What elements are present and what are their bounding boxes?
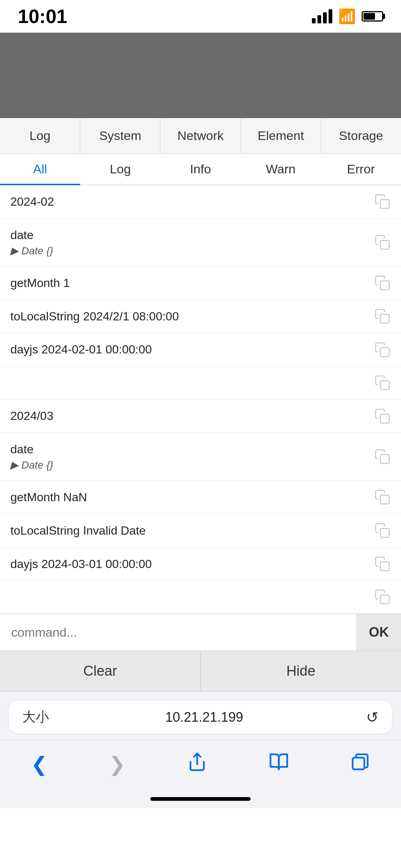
svg-rect-0	[381, 200, 389, 209]
wifi-icon: 📶	[338, 8, 356, 25]
copy-button[interactable]	[374, 408, 391, 424]
action-row: Clear Hide	[0, 651, 401, 692]
copy-button[interactable]	[374, 556, 391, 572]
log-item: date▶ Date {}	[0, 219, 401, 267]
log-item: dayjs 2024-03-01 00:00:00	[0, 548, 401, 581]
tab2-warn[interactable]: Warn	[241, 154, 321, 185]
address-url[interactable]: 10.21.21.199	[52, 709, 356, 725]
log-sub-text: ▶ Date {}	[10, 244, 374, 258]
status-time: 10:01	[18, 5, 67, 27]
size-label: 大小	[22, 708, 52, 726]
svg-rect-1	[381, 240, 389, 249]
command-ok-button[interactable]: OK	[356, 614, 401, 650]
clear-button[interactable]: Clear	[0, 651, 200, 691]
share-icon	[187, 752, 207, 776]
log-item	[0, 366, 401, 399]
copy-button[interactable]	[374, 308, 391, 324]
svg-rect-5	[381, 381, 389, 390]
svg-rect-3	[381, 314, 389, 323]
svg-rect-8	[381, 495, 389, 504]
copy-button[interactable]	[374, 275, 391, 291]
log-text: 2024-02	[10, 193, 374, 210]
gray-header	[0, 33, 401, 118]
copy-button[interactable]	[374, 589, 391, 605]
log-item: toLocalString Invalid Date	[0, 514, 401, 548]
tab2-info[interactable]: Info	[160, 154, 241, 185]
svg-rect-4	[381, 347, 389, 356]
bookmarks-button[interactable]	[258, 746, 300, 782]
refresh-icon[interactable]: ↺	[356, 709, 379, 726]
svg-rect-10	[381, 562, 389, 571]
log-text: date▶ Date {}	[10, 227, 374, 258]
log-item: toLocalString 2024/2/1 08:00:00	[0, 300, 401, 333]
log-item: getMonth 1	[0, 267, 401, 300]
tab-row-2: All Log Info Warn Error	[0, 154, 401, 185]
log-text: 2024/03	[10, 408, 374, 424]
command-row: OK	[0, 614, 401, 651]
tab-storage[interactable]: Storage	[321, 118, 401, 153]
svg-rect-11	[381, 595, 389, 604]
battery-icon	[362, 11, 383, 22]
tab2-all[interactable]: All	[0, 154, 80, 185]
log-sub-text: ▶ Date {}	[10, 458, 374, 472]
log-list: 2024-02 date▶ Date {} getMonth 1 toLocal…	[0, 185, 401, 614]
tab-row-1: Log System Network Element Storage	[0, 118, 401, 154]
log-text: toLocalString 2024/2/1 08:00:00	[10, 308, 374, 325]
log-text: getMonth NaN	[10, 489, 374, 506]
log-text: date▶ Date {}	[10, 441, 374, 472]
forward-button[interactable]: ❯	[98, 747, 137, 782]
tab2-log[interactable]: Log	[80, 154, 160, 185]
log-item	[0, 581, 401, 614]
log-item: date▶ Date {}	[0, 433, 401, 481]
address-bar-wrap: 大小 10.21.21.199 ↺	[0, 692, 401, 740]
tabs-button[interactable]	[339, 746, 381, 782]
log-text: getMonth 1	[10, 275, 374, 291]
address-bar: 大小 10.21.21.199 ↺	[9, 701, 392, 734]
status-bar: 10:01 📶	[0, 0, 401, 33]
command-input[interactable]	[0, 614, 356, 650]
tab-element[interactable]: Element	[241, 118, 321, 153]
svg-rect-9	[381, 529, 389, 538]
tab-system[interactable]: System	[80, 118, 160, 153]
status-icons: 📶	[312, 8, 383, 25]
home-bar	[150, 797, 251, 801]
svg-rect-7	[381, 454, 389, 463]
svg-rect-13	[353, 758, 365, 770]
tabs-icon	[350, 752, 370, 776]
back-icon: ❮	[31, 753, 48, 776]
log-item: 2024-02	[0, 185, 401, 219]
copy-button[interactable]	[374, 448, 391, 465]
copy-button[interactable]	[374, 489, 391, 505]
svg-rect-6	[381, 414, 389, 423]
copy-button[interactable]	[374, 234, 391, 251]
copy-button[interactable]	[374, 522, 391, 539]
bottom-nav: ❮ ❯	[0, 740, 401, 791]
svg-rect-2	[381, 281, 389, 290]
tab-network[interactable]: Network	[160, 118, 241, 153]
log-text: dayjs 2024-03-01 00:00:00	[10, 556, 374, 572]
log-item: getMonth NaN	[0, 481, 401, 514]
copy-button[interactable]	[374, 375, 391, 391]
log-text: dayjs 2024-02-01 00:00:00	[10, 341, 374, 358]
copy-button[interactable]	[374, 193, 391, 210]
tab2-error[interactable]: Error	[321, 154, 401, 185]
log-item: dayjs 2024-02-01 00:00:00	[0, 333, 401, 366]
home-indicator	[0, 791, 401, 808]
log-item: 2024/03	[0, 399, 401, 433]
tab-log[interactable]: Log	[0, 118, 80, 153]
bookmarks-icon	[269, 752, 289, 776]
copy-button[interactable]	[374, 342, 391, 358]
back-button[interactable]: ❮	[20, 747, 59, 782]
forward-icon: ❯	[109, 753, 125, 776]
hide-button[interactable]: Hide	[201, 651, 401, 691]
signal-icon	[312, 9, 332, 23]
log-text: toLocalString Invalid Date	[10, 522, 374, 539]
share-button[interactable]	[176, 746, 218, 782]
